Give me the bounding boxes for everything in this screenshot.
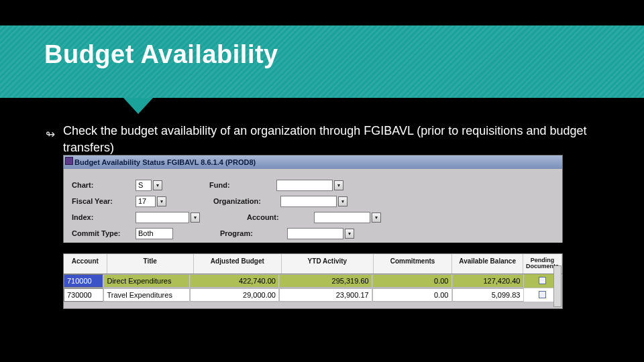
cell-account[interactable]: 710000 [64, 274, 103, 288]
organization-input[interactable] [280, 196, 337, 207]
account-input[interactable] [314, 212, 370, 223]
label-commit-type: Commit Type: [72, 229, 136, 237]
separator [63, 243, 563, 253]
budget-grid: Account Title Adjusted Budget YTD Activi… [64, 253, 562, 302]
col-available-balance: Available Balance [452, 254, 523, 274]
commit-type-input[interactable]: Both [136, 228, 173, 239]
index-input[interactable] [136, 212, 189, 223]
label-fund: Fund: [209, 181, 276, 189]
label-index: Index: [72, 213, 136, 221]
col-title: Title [107, 254, 194, 274]
checkbox-icon[interactable] [539, 277, 546, 284]
col-commitments: Commitments [374, 254, 452, 274]
col-ytd-activity: YTD Activity [282, 254, 374, 274]
fund-dropdown-icon[interactable]: ▾ [334, 180, 343, 190]
label-account: Account: [247, 213, 314, 221]
form-row: Index: ▾ Account: ▾ [72, 209, 554, 225]
pointer-arrow-icon [123, 98, 153, 114]
bullet-text: Check the budget availability of an orga… [63, 123, 606, 156]
cell-adjusted: 422,740.00 [190, 274, 279, 288]
fiscal-year-dropdown-icon[interactable]: ▾ [157, 196, 166, 206]
key-block-form: Chart: S ▾ Fund: ▾ Fiscal Year: 17 ▾ Org… [64, 169, 562, 243]
cell-available: 5,099.83 [452, 288, 524, 302]
form-row: Commit Type: Both Program: ▾ [72, 225, 554, 241]
account-dropdown-icon[interactable]: ▾ [372, 213, 381, 223]
label-fiscal-year: Fiscal Year: [72, 197, 136, 205]
form-row: Fiscal Year: 17 ▾ Organization: ▾ [72, 193, 554, 209]
cell-title: Travel Expenditures [103, 288, 190, 302]
col-account: Account [64, 254, 107, 274]
cell-commitments: 0.00 [372, 274, 452, 288]
cell-adjusted: 29,000.00 [190, 288, 279, 302]
app-window: Budget Availability Status FGIBAVL 8.6.1… [63, 155, 563, 309]
bullet-icon: ↬ [46, 127, 55, 141]
organization-dropdown-icon[interactable]: ▾ [338, 196, 347, 206]
cell-account[interactable]: 730000 [64, 288, 103, 302]
cell-commitments: 0.00 [372, 288, 452, 302]
grid-header: Account Title Adjusted Budget YTD Activi… [64, 253, 562, 274]
table-row[interactable]: 730000 Travel Expenditures 29,000.00 23,… [64, 288, 562, 302]
label-organization: Organization: [213, 197, 280, 205]
fund-input[interactable] [276, 180, 333, 191]
col-adjusted-budget: Adjusted Budget [194, 254, 282, 274]
slide: Budget Availability ↬ Check the budget a… [0, 0, 644, 362]
window-title: Budget Availability Status FGIBAVL 8.6.1… [74, 158, 256, 166]
form-row: Chart: S ▾ Fund: ▾ [72, 177, 554, 193]
vertical-scrollbar[interactable] [553, 265, 561, 307]
checkbox-icon[interactable] [539, 291, 546, 298]
index-dropdown-icon[interactable]: ▾ [191, 213, 200, 223]
program-dropdown-icon[interactable]: ▾ [345, 229, 354, 239]
label-chart: Chart: [72, 181, 136, 189]
cell-ytd: 23,900.17 [279, 288, 372, 302]
page-title: Budget Availability [44, 40, 278, 69]
window-titlebar: Budget Availability Status FGIBAVL 8.6.1… [64, 156, 562, 169]
cell-ytd: 295,319.60 [279, 274, 372, 288]
label-program: Program: [220, 229, 287, 237]
cell-title: Direct Expenditures [103, 274, 190, 288]
app-icon [65, 157, 73, 165]
fiscal-year-input[interactable]: 17 [136, 196, 156, 207]
table-row[interactable]: 710000 Direct Expenditures 422,740.00 29… [64, 274, 562, 288]
cell-available: 127,420.40 [452, 274, 524, 288]
program-input[interactable] [287, 228, 343, 239]
chart-input[interactable]: S [136, 180, 152, 191]
chart-dropdown-icon[interactable]: ▾ [153, 180, 162, 190]
